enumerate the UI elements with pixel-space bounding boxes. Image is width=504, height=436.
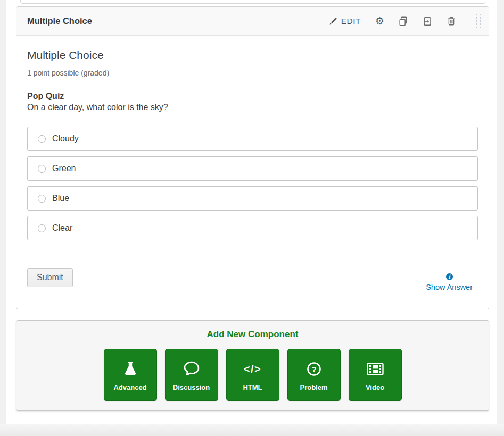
move-button[interactable] <box>423 16 432 26</box>
move-icon <box>423 16 432 26</box>
drag-handle-icon[interactable] <box>475 13 482 29</box>
submit-button[interactable]: Submit <box>27 268 73 287</box>
question-title: Pop Quiz <box>27 91 478 101</box>
question-text: On a clear day, what color is the sky? <box>27 103 478 112</box>
component-title: Multiple Choice <box>27 16 92 26</box>
choice-option[interactable]: Blue <box>27 186 478 211</box>
add-component-buttons: Advanced Discussion </> HTML <box>16 349 489 401</box>
component-card-multiple-choice: Multiple Choice EDIT ⚙ <box>16 6 489 309</box>
add-discussion-button[interactable]: Discussion <box>165 349 218 401</box>
problem-title: Multiple Choice <box>27 49 478 62</box>
edit-button-label: EDIT <box>341 16 361 26</box>
choice-list: Cloudy Green Blue Clear <box>27 127 478 240</box>
choice-option[interactable]: Clear <box>27 216 478 240</box>
show-answer-label: Show Answer <box>426 283 473 291</box>
edit-button[interactable]: EDIT <box>329 16 361 26</box>
choice-label: Green <box>52 164 76 173</box>
trash-icon <box>447 16 456 26</box>
add-button-label: HTML <box>243 383 262 391</box>
code-icon: </> <box>244 357 261 381</box>
add-button-label: Video <box>366 383 384 391</box>
speech-bubble-icon <box>181 357 202 381</box>
add-advanced-button[interactable]: Advanced <box>104 349 157 401</box>
radio-icon[interactable] <box>38 195 46 203</box>
delete-button[interactable] <box>447 16 456 26</box>
previous-component-card-edge <box>20 0 485 4</box>
component-actions: EDIT ⚙ <box>329 13 482 29</box>
flask-icon <box>121 357 140 381</box>
problem-actions-row: Submit i Show Answer <box>27 268 478 287</box>
problem-points: 1 point possible (graded) <box>27 69 478 77</box>
film-icon <box>366 357 385 381</box>
settings-button[interactable]: ⚙ <box>375 16 384 26</box>
add-button-label: Problem <box>300 383 327 391</box>
page-footer-background <box>0 424 504 436</box>
add-problem-button[interactable]: ? Problem <box>287 349 341 401</box>
add-new-component-panel: Add New Component Advanced Discussion <box>16 320 489 411</box>
radio-icon[interactable] <box>38 135 46 143</box>
choice-label: Blue <box>52 194 69 203</box>
component-card-header: Multiple Choice EDIT ⚙ <box>16 7 489 36</box>
show-answer-link[interactable]: i Show Answer <box>426 273 473 291</box>
svg-text:?: ? <box>311 365 316 374</box>
choice-label: Clear <box>52 223 72 233</box>
duplicate-button[interactable] <box>399 16 408 26</box>
question-circle-icon: ? <box>304 357 324 381</box>
info-icon: i <box>446 273 453 280</box>
choice-label: Cloudy <box>52 134 79 144</box>
studio-unit-page: { "component": { "header": { "title": "M… <box>0 0 504 436</box>
add-button-label: Discussion <box>173 383 210 391</box>
add-video-button[interactable]: Video <box>349 349 402 401</box>
content-area: Multiple Choice EDIT ⚙ <box>6 0 497 424</box>
pencil-icon <box>329 17 337 26</box>
gear-icon: ⚙ <box>375 16 384 26</box>
duplicate-icon <box>399 16 408 26</box>
choice-option[interactable]: Green <box>27 156 478 181</box>
radio-icon[interactable] <box>38 224 46 232</box>
add-button-label: Advanced <box>113 383 146 391</box>
choice-option[interactable]: Cloudy <box>27 127 478 151</box>
add-html-button[interactable]: </> HTML <box>226 349 279 401</box>
radio-icon[interactable] <box>38 165 46 173</box>
add-new-component-title: Add New Component <box>16 321 489 340</box>
problem-preview: Multiple Choice 1 point possible (graded… <box>16 36 489 287</box>
